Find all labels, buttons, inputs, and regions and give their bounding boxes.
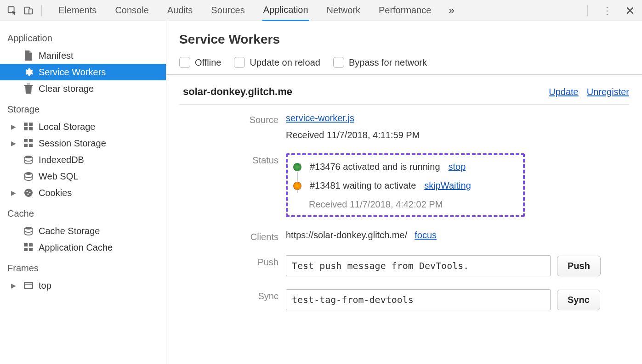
details-grid: Source service-worker.js Received 11/7/2… xyxy=(179,113,629,310)
focus-link[interactable]: focus xyxy=(415,230,437,241)
svg-rect-4 xyxy=(29,123,33,126)
trash-icon xyxy=(23,83,34,94)
tab-application[interactable]: Application xyxy=(262,0,309,21)
kebab-menu-icon[interactable]: ⋮ xyxy=(599,2,615,19)
close-icon[interactable] xyxy=(622,2,638,19)
svg-point-12 xyxy=(25,172,32,175)
tab-network[interactable]: Network xyxy=(326,0,361,20)
sidebar-item-websql[interactable]: Web SQL xyxy=(0,168,166,185)
sidebar-item-clear-storage[interactable]: Clear storage xyxy=(0,80,166,97)
svg-rect-7 xyxy=(24,139,28,142)
unregister-link[interactable]: Unregister xyxy=(587,87,629,97)
database-icon xyxy=(23,171,34,182)
tab-console[interactable]: Console xyxy=(114,0,149,20)
more-tabs-icon[interactable]: » xyxy=(449,5,454,17)
status-dot-active-icon xyxy=(293,163,301,171)
skipwaiting-link[interactable]: skipWaiting xyxy=(424,180,471,191)
source-file-link[interactable]: service-worker.js xyxy=(286,113,629,123)
expand-icon: ▶ xyxy=(11,189,18,196)
main-area: Application Manifest Service Workers Cle… xyxy=(0,21,642,364)
svg-point-14 xyxy=(26,190,28,192)
svg-rect-19 xyxy=(29,243,33,246)
push-input[interactable] xyxy=(286,255,551,276)
bypass-for-network-checkbox[interactable] xyxy=(333,57,344,68)
svg-rect-9 xyxy=(24,144,28,147)
sidebar-item-label: Cookies xyxy=(39,188,72,198)
gear-icon xyxy=(23,67,34,78)
tab-performance[interactable]: Performance xyxy=(378,0,432,20)
sidebar-item-label: Local Storage xyxy=(39,122,95,132)
sidebar-item-application-cache[interactable]: Application Cache xyxy=(0,239,166,256)
inspect-icon[interactable] xyxy=(4,2,20,19)
sidebar-group-cache: Cache xyxy=(0,201,166,223)
grid-icon xyxy=(23,121,34,132)
grid-icon xyxy=(23,242,34,253)
sidebar-item-label: Clear storage xyxy=(39,84,94,94)
push-button[interactable]: Push xyxy=(557,256,601,276)
sidebar-group-application: Application xyxy=(0,26,166,47)
tab-sources[interactable]: Sources xyxy=(210,0,245,20)
database-icon xyxy=(23,225,34,236)
status-dot-waiting-icon xyxy=(293,182,301,190)
devtools-tabs: Elements Console Audits Sources Applicat… xyxy=(57,0,455,21)
svg-rect-22 xyxy=(24,282,33,289)
svg-point-13 xyxy=(24,189,33,197)
sidebar-item-cache-storage[interactable]: Cache Storage xyxy=(0,223,166,239)
sync-input[interactable] xyxy=(286,289,551,310)
device-toggle-icon[interactable] xyxy=(20,2,37,19)
bypass-for-network-label: Bypass for network xyxy=(349,57,427,68)
document-icon xyxy=(23,50,34,61)
status-active-text: #13476 activated and is running xyxy=(310,162,440,172)
sidebar-item-cookies[interactable]: ▶ Cookies xyxy=(0,185,166,201)
tab-audits[interactable]: Audits xyxy=(166,0,194,20)
stop-link[interactable]: stop xyxy=(449,162,466,172)
sidebar-item-label: top xyxy=(39,280,51,291)
offline-checkbox[interactable] xyxy=(179,57,190,68)
devtools-toolbar: Elements Console Audits Sources Applicat… xyxy=(0,0,642,21)
origin-name: solar-donkey.glitch.me xyxy=(183,86,292,98)
svg-point-16 xyxy=(27,193,28,195)
status-waiting-received: Received 11/7/2018, 4:42:02 PM xyxy=(309,199,514,210)
database-icon xyxy=(23,154,34,165)
sidebar-item-label: IndexedDB xyxy=(39,155,84,165)
sync-button[interactable]: Sync xyxy=(557,290,600,310)
sidebar-item-label: Manifest xyxy=(39,50,74,61)
sidebar-item-indexeddb[interactable]: IndexedDB xyxy=(0,151,166,168)
origin-row: solar-donkey.glitch.me Update Unregister xyxy=(179,79,629,104)
sidebar-item-frame-top[interactable]: ▶ top xyxy=(0,277,166,294)
sidebar-group-storage: Storage xyxy=(0,97,166,118)
label-push: Push xyxy=(179,255,278,268)
toolbar-divider xyxy=(41,5,42,16)
sw-options-row: Offline Update on reload Bypass for netw… xyxy=(179,57,629,68)
expand-icon: ▶ xyxy=(11,123,18,130)
source-received: Received 11/7/2018, 4:11:59 PM xyxy=(286,130,629,140)
client-url: https://solar-donkey.glitch.me/ xyxy=(286,230,407,241)
label-sync: Sync xyxy=(179,289,278,302)
sidebar-item-label: Session Storage xyxy=(39,138,106,149)
update-on-reload-checkbox[interactable] xyxy=(234,57,245,68)
sidebar-item-label: Application Cache xyxy=(39,242,113,253)
offline-label: Offline xyxy=(195,57,221,68)
update-link[interactable]: Update xyxy=(549,87,579,97)
svg-rect-3 xyxy=(24,123,28,126)
sidebar-item-local-storage[interactable]: ▶ Local Storage xyxy=(0,118,166,135)
sidebar-item-service-workers[interactable]: Service Workers xyxy=(0,64,166,80)
svg-rect-18 xyxy=(24,243,28,246)
status-waiting-text: #13481 waiting to activate xyxy=(310,180,416,191)
svg-rect-20 xyxy=(24,248,28,251)
status-highlight-box: #13476 activated and is running stop #13… xyxy=(286,153,525,217)
update-on-reload-label: Update on reload xyxy=(250,57,320,68)
tab-elements[interactable]: Elements xyxy=(57,0,97,20)
svg-rect-10 xyxy=(29,144,33,147)
svg-point-15 xyxy=(29,191,30,193)
sidebar-group-frames: Frames xyxy=(0,256,166,277)
application-sidebar: Application Manifest Service Workers Cle… xyxy=(0,21,166,364)
label-source: Source xyxy=(179,113,278,125)
svg-point-11 xyxy=(25,156,32,158)
sidebar-item-manifest[interactable]: Manifest xyxy=(0,47,166,64)
grid-icon xyxy=(23,138,34,149)
sidebar-item-session-storage[interactable]: ▶ Session Storage xyxy=(0,135,166,151)
sidebar-item-label: Cache Storage xyxy=(39,226,100,236)
page-title: Service Workers xyxy=(179,32,629,47)
svg-rect-21 xyxy=(29,248,33,251)
